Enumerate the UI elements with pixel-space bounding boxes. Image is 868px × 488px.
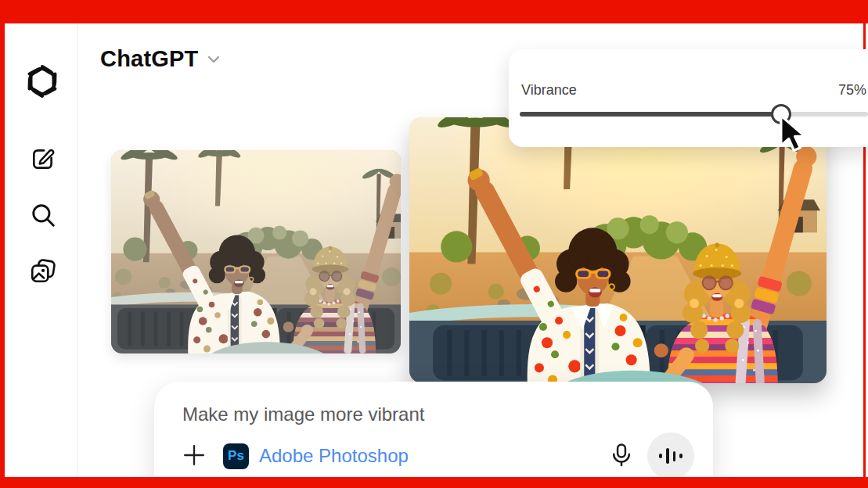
voice-mode-icon: [659, 448, 682, 464]
photo-artwork: [409, 117, 827, 383]
frame-left-border: [0, 23, 5, 477]
prompt-text[interactable]: Make my image more vibrant: [182, 404, 424, 425]
image-original[interactable]: [111, 150, 401, 353]
composer[interactable]: Make my image more vibrant Ps Adobe Phot…: [154, 382, 713, 488]
library-icon: [29, 257, 57, 285]
frame-top-border: [0, 0, 868, 23]
photoshop-connector-chip[interactable]: Ps Adobe Photoshop: [223, 443, 409, 469]
vibrance-panel: Vibrance 75%: [509, 49, 868, 147]
photo-artwork: [111, 150, 401, 353]
plus-icon: [182, 443, 206, 469]
image-enhanced[interactable]: [409, 117, 827, 383]
vibrance-slider[interactable]: [520, 112, 868, 117]
chevron-down-icon: [204, 50, 223, 72]
add-attachment-button[interactable]: [181, 443, 207, 469]
microphone-icon: [609, 443, 634, 470]
openai-logo-icon: [23, 63, 61, 100]
model-picker[interactable]: ChatGPT: [100, 45, 223, 72]
sidebar: [5, 23, 78, 477]
composer-toolbar: Ps Adobe Photoshop: [181, 433, 694, 479]
slider-fill: [520, 112, 781, 117]
photoshop-badge: Ps: [223, 443, 249, 469]
attachment-label: Adobe Photoshop: [259, 445, 409, 467]
app-title: ChatGPT: [100, 46, 198, 72]
vibrance-value: 75%: [838, 82, 866, 99]
vibrance-label: Vibrance: [521, 82, 577, 99]
sidebar-item-search[interactable]: [27, 199, 59, 231]
new-chat-icon: [30, 145, 56, 172]
dictate-button[interactable]: [607, 441, 636, 471]
app-window: ChatGPT Vibrance 75% Make my image more …: [0, 0, 868, 488]
search-icon: [30, 202, 56, 228]
sidebar-item-new-chat[interactable]: [27, 142, 59, 175]
voice-mode-button[interactable]: [647, 432, 694, 479]
slider-thumb[interactable]: [771, 104, 791, 124]
frame-bottom-border: [0, 477, 868, 488]
sidebar-item-library[interactable]: [27, 255, 59, 288]
